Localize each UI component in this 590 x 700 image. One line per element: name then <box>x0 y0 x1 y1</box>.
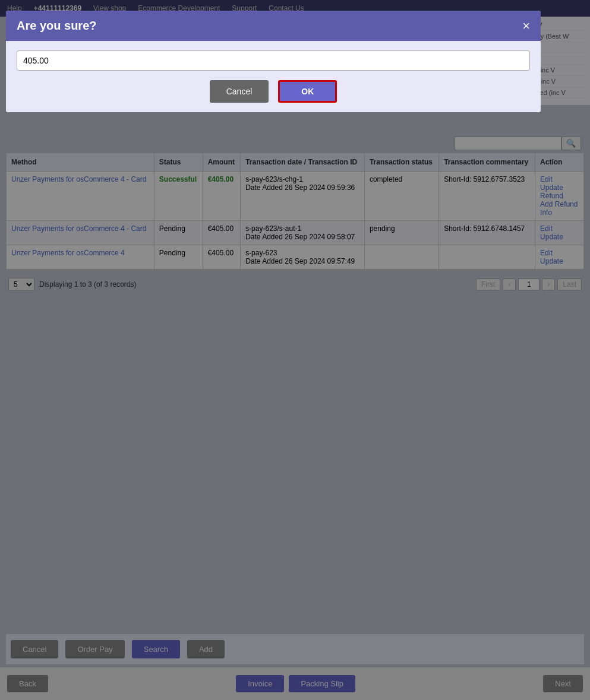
modal-dialog: Are you sure? × Cancel OK <box>6 11 541 112</box>
modal-cancel-button[interactable]: Cancel <box>210 80 269 103</box>
modal-close-button[interactable]: × <box>522 20 530 33</box>
modal-overlay: Are you sure? × Cancel OK <box>0 0 590 700</box>
modal-title: Are you sure? <box>17 19 96 33</box>
modal-amount-input[interactable] <box>17 50 530 71</box>
modal-ok-button[interactable]: OK <box>278 80 337 103</box>
modal-body: Cancel OK <box>6 41 541 112</box>
modal-button-row: Cancel OK <box>17 80 530 103</box>
modal-header: Are you sure? × <box>6 11 541 41</box>
